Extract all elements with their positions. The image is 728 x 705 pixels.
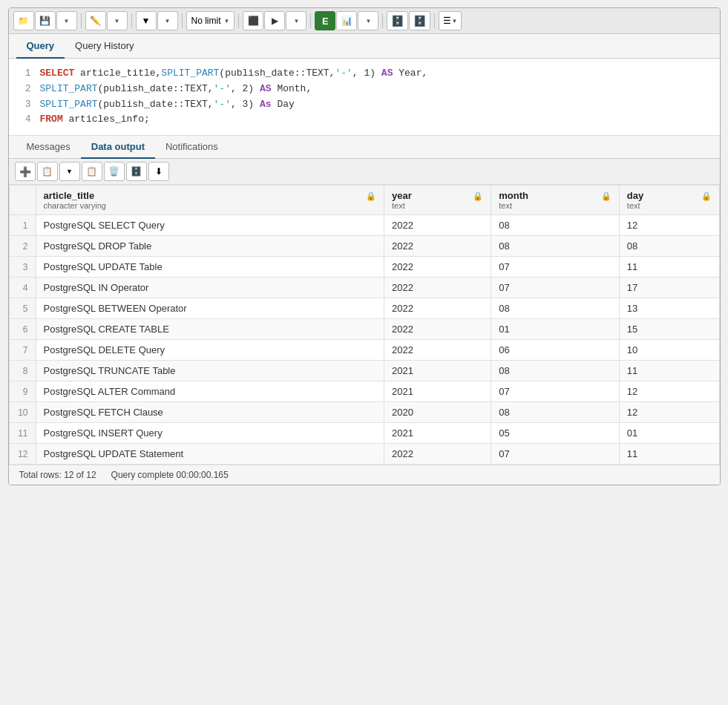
lock-icon-day: 🔒: [701, 191, 712, 201]
toolbar-group-edit: ✏️ ▼: [85, 11, 128, 30]
run-dropdown-button[interactable]: ▼: [286, 11, 306, 30]
data-table: article_title character varying 🔒 year t…: [9, 185, 720, 465]
db2-icon: 🗄️: [413, 15, 426, 27]
row-number: 6: [9, 319, 36, 340]
copy-dropdown-button[interactable]: ▼: [59, 162, 80, 181]
cell-year: 2022: [384, 215, 491, 236]
col-header-day[interactable]: day text 🔒: [619, 186, 719, 215]
toolbar-group-file: 📁 💾 ▼: [13, 11, 77, 30]
table-row: 3PostgreSQL UPDATE Table20220711: [9, 257, 719, 278]
toolbar-group-db: 🗄️ 🗄️: [387, 11, 430, 30]
save-data-button[interactable]: 🗄️: [126, 162, 147, 181]
col-header-article-title[interactable]: article_title character varying 🔒: [36, 186, 384, 215]
run-button[interactable]: ▶: [264, 11, 285, 30]
table-row: 2PostgreSQL DROP Table20220808: [9, 236, 719, 257]
lock-icon-month: 🔒: [601, 191, 611, 201]
row-num-header: [9, 186, 36, 215]
tab-query-history[interactable]: Query History: [65, 34, 144, 59]
cell-article-title: PostgreSQL DELETE Query: [36, 340, 384, 361]
col-name-article-title: article_title: [44, 190, 95, 201]
query-line-1: 1 SELECT article_title,SPLIT_PART(publis…: [19, 66, 709, 82]
data-table-container: article_title character varying 🔒 year t…: [9, 185, 720, 465]
db2-button[interactable]: 🗄️: [409, 11, 430, 30]
limit-dropdown[interactable]: No limit ▼: [186, 11, 235, 30]
col-type-article-title: character varying: [44, 201, 106, 210]
cell-year: 2021: [384, 381, 491, 402]
table-body: 1PostgreSQL SELECT Query202208122Postgre…: [9, 215, 719, 465]
explain-button[interactable]: E: [315, 11, 335, 30]
line-num-3: 3: [19, 97, 31, 113]
query-code-2: SPLIT_PART(publish_date::TEXT,'-', 2) AS…: [40, 82, 312, 97]
cell-month: 06: [491, 340, 620, 361]
cell-article-title: PostgreSQL UPDATE Table: [36, 257, 384, 278]
tab-notifications[interactable]: Notifications: [155, 136, 229, 159]
tab-query[interactable]: Query: [16, 34, 65, 59]
divider6: [382, 13, 383, 28]
delete-row-button[interactable]: 🗑️: [104, 162, 125, 181]
table-row: 4PostgreSQL IN Operator20220717: [9, 278, 719, 298]
add-row-button[interactable]: ➕: [15, 162, 36, 181]
list-icon: ☰: [443, 16, 451, 26]
download-button[interactable]: ⬇: [148, 162, 169, 181]
row-number: 9: [9, 381, 36, 402]
line-num-4: 4: [19, 112, 31, 128]
divider5: [310, 13, 311, 28]
cell-article-title: PostgreSQL ALTER Command: [36, 381, 384, 402]
divider3: [182, 13, 183, 28]
col-header-month[interactable]: month text 🔒: [491, 186, 620, 215]
copy-button[interactable]: 📋: [37, 162, 58, 181]
db1-button[interactable]: 🗄️: [387, 11, 408, 30]
cell-year: 2022: [384, 444, 491, 465]
lock-icon-year: 🔒: [473, 191, 483, 201]
result-tab-bar: Messages Data output Notifications: [9, 136, 720, 159]
cell-article-title: PostgreSQL SELECT Query: [36, 215, 384, 236]
table-row: 8PostgreSQL TRUNCATE Table20210811: [9, 361, 719, 381]
tab-messages[interactable]: Messages: [16, 136, 81, 159]
cell-year: 2022: [384, 257, 491, 278]
edit-button[interactable]: ✏️: [85, 11, 106, 30]
filter-icon: ▼: [142, 16, 151, 26]
save-data-icon: 🗄️: [131, 166, 142, 177]
chart-button[interactable]: 📊: [336, 11, 357, 30]
table-row: 10PostgreSQL FETCH Clause20200812: [9, 402, 719, 423]
chart-dropdown-button[interactable]: ▼: [358, 11, 378, 30]
query-time-status: Query complete 00:00:00.165: [111, 470, 229, 480]
cell-day: 08: [619, 236, 719, 257]
open-folder-button[interactable]: 📁: [13, 11, 34, 30]
query-code-4: FROM articles_info;: [40, 112, 150, 128]
tab-data-output[interactable]: Data output: [81, 136, 155, 159]
save-dropdown-button[interactable]: ▼: [56, 11, 77, 30]
cell-year: 2020: [384, 402, 491, 423]
cell-year: 2021: [384, 361, 491, 381]
col-type-year: text: [392, 201, 412, 210]
chart-icon: 📊: [341, 16, 352, 26]
cell-day: 12: [619, 215, 719, 236]
folder-icon: 📁: [18, 16, 29, 26]
filter-dropdown-button[interactable]: ▼: [157, 11, 178, 30]
copy-icon: 📋: [42, 166, 53, 177]
stop-button[interactable]: ⬛: [243, 11, 263, 30]
table-row: 9PostgreSQL ALTER Command20210712: [9, 381, 719, 402]
total-rows-status: Total rows: 12 of 12: [19, 470, 96, 480]
query-line-3: 3 SPLIT_PART(publish_date::TEXT,'-', 3) …: [19, 97, 709, 113]
divider2: [131, 13, 132, 28]
col-header-year[interactable]: year text 🔒: [384, 186, 491, 215]
cell-month: 07: [491, 257, 620, 278]
query-editor[interactable]: 1 SELECT article_title,SPLIT_PART(publis…: [9, 59, 720, 136]
filter-button[interactable]: ▼: [136, 11, 157, 30]
divider7: [434, 13, 435, 28]
limit-caret-icon: ▼: [224, 18, 230, 24]
list-view-button[interactable]: ☰ ▼: [439, 11, 462, 30]
row-number: 8: [9, 361, 36, 381]
col-name-year: year: [392, 190, 412, 201]
status-bar: Total rows: 12 of 12 Query complete 00:0…: [9, 465, 720, 485]
line-num-1: 1: [19, 66, 31, 82]
row-number: 11: [9, 423, 36, 444]
cell-day: 01: [619, 423, 719, 444]
save-button[interactable]: 💾: [35, 11, 56, 30]
paste-button[interactable]: 📋: [82, 162, 102, 181]
cell-day: 11: [619, 361, 719, 381]
cell-month: 07: [491, 278, 620, 298]
edit-dropdown-button[interactable]: ▼: [107, 11, 128, 30]
cell-article-title: PostgreSQL BETWEEN Operator: [36, 298, 384, 319]
